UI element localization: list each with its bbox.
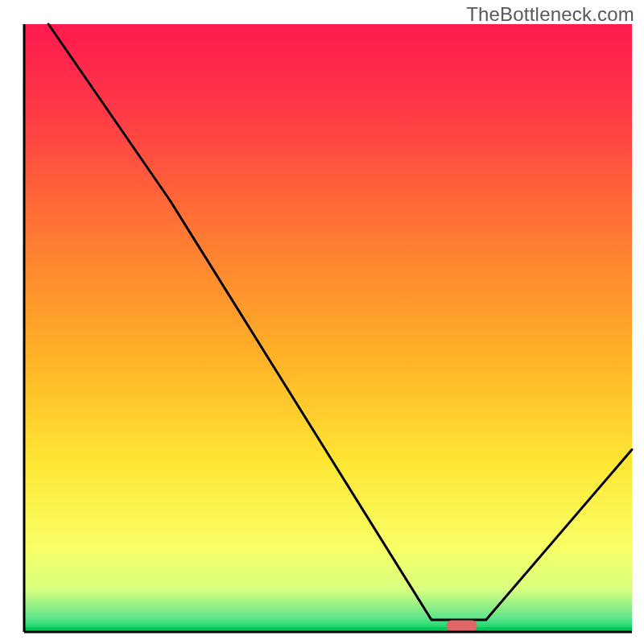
chart-stage: TheBottleneck.com: [0, 0, 644, 644]
plot-background: [24, 24, 632, 632]
optimum-marker: [447, 620, 477, 631]
chart-svg: [0, 0, 644, 644]
